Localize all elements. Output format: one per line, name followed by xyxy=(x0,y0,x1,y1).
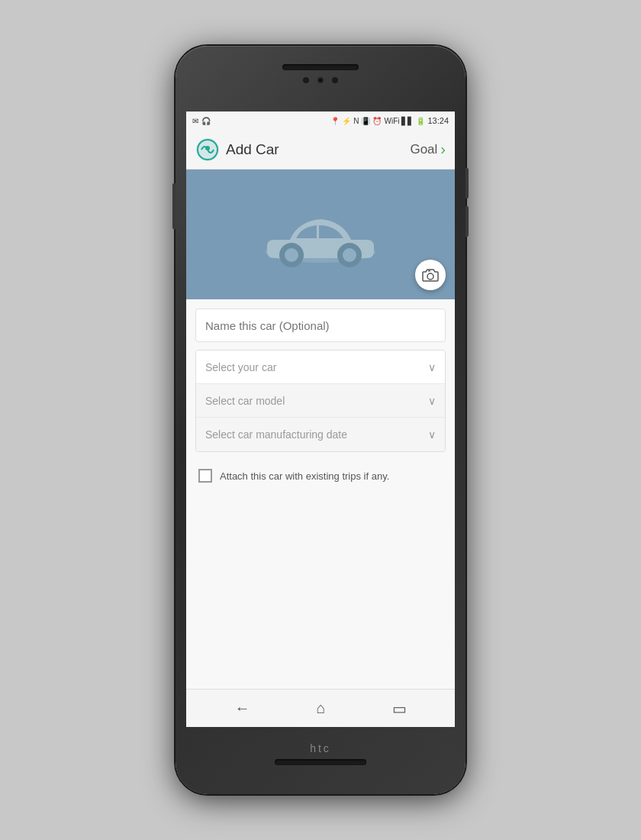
sensor xyxy=(332,77,338,83)
svg-point-2 xyxy=(205,146,210,150)
power-button[interactable] xyxy=(465,168,469,199)
phone-shell: ✉ 🎧 📍 ⚡ N 📳 ⏰ WiFi ▋▋ 🔋 13:24 xyxy=(176,46,465,794)
status-right-icons: 📍 ⚡ N 📳 ⏰ WiFi ▋▋ 🔋 13:24 xyxy=(330,116,449,125)
content-area: Select your car ∨ Select car model ∨ Sel… xyxy=(186,170,455,727)
svg-point-8 xyxy=(343,248,356,262)
app-title: Add Car xyxy=(226,141,279,158)
select-car-label: Select your car xyxy=(205,361,276,373)
top-bezel xyxy=(186,60,455,111)
home-button[interactable]: ⌂ xyxy=(316,699,325,717)
select-model-row[interactable]: Select car model ∨ xyxy=(196,384,445,418)
select-date-label: Select car manufacturing date xyxy=(205,428,347,441)
status-left-icons: ✉ 🎧 xyxy=(192,117,211,125)
select-date-row[interactable]: Select car manufacturing date ∨ xyxy=(196,418,445,451)
screen: ✉ 🎧 📍 ⚡ N 📳 ⏰ WiFi ▋▋ 🔋 13:24 xyxy=(186,111,455,727)
app-logo-icon xyxy=(195,137,220,162)
headphone-icon: 🎧 xyxy=(201,117,211,125)
attach-trips-checkbox[interactable] xyxy=(198,469,212,483)
app-header: Add Car Goal › xyxy=(186,130,455,170)
chevron-right-icon[interactable]: › xyxy=(440,141,446,158)
nfc-icon: N xyxy=(353,117,359,125)
bottom-bezel: htc xyxy=(186,727,455,780)
attach-trips-label: Attach this car with existing trips if a… xyxy=(220,470,389,482)
vibrate-icon: 📳 xyxy=(361,117,370,125)
location-icon: 📍 xyxy=(330,117,340,125)
car-name-input[interactable] xyxy=(195,309,446,342)
bottom-speaker xyxy=(275,759,366,765)
sensor xyxy=(303,77,309,83)
alarm-icon: ⏰ xyxy=(372,117,382,125)
back-button[interactable]: ← xyxy=(234,699,250,717)
header-left: Add Car xyxy=(195,137,279,162)
select-model-chevron-icon: ∨ xyxy=(428,395,436,407)
status-bar: ✉ 🎧 📍 ⚡ N 📳 ⏰ WiFi ▋▋ 🔋 13:24 xyxy=(186,111,455,130)
bluetooth-icon: ⚡ xyxy=(342,117,351,125)
camera-add-button[interactable] xyxy=(415,260,446,290)
attach-trips-row[interactable]: Attach this car with existing trips if a… xyxy=(195,461,446,490)
goal-label[interactable]: Goal xyxy=(410,142,437,157)
car-placeholder-icon xyxy=(252,200,389,269)
select-model-label: Select car model xyxy=(205,395,285,407)
svg-point-6 xyxy=(285,248,298,262)
front-camera xyxy=(317,76,324,84)
camera-button[interactable] xyxy=(465,206,469,237)
header-right[interactable]: Goal › xyxy=(410,141,446,158)
select-car-chevron-icon: ∨ xyxy=(428,361,436,373)
car-silhouette-icon xyxy=(252,200,389,269)
camera-icon xyxy=(422,268,439,282)
select-car-row[interactable]: Select your car ∨ xyxy=(196,351,445,384)
svg-rect-10 xyxy=(428,270,430,272)
brand-logo: htc xyxy=(310,742,331,754)
car-select-group: Select your car ∨ Select car model ∨ Sel… xyxy=(195,350,446,452)
signal-icon: ▋▋ xyxy=(401,117,414,125)
earpiece-speaker xyxy=(282,64,359,70)
notification-icon: ✉ xyxy=(192,117,198,125)
svg-point-9 xyxy=(427,273,433,279)
recent-apps-button[interactable]: ▭ xyxy=(392,699,407,718)
select-date-chevron-icon: ∨ xyxy=(428,428,436,441)
car-image-banner xyxy=(186,170,455,299)
time-display: 13:24 xyxy=(427,116,449,125)
wifi-icon: WiFi xyxy=(384,117,399,125)
form-area: Select your car ∨ Select car model ∨ Sel… xyxy=(186,299,455,689)
battery-icon: 🔋 xyxy=(416,117,425,125)
bottom-nav-bar: ← ⌂ ▭ xyxy=(186,689,455,727)
volume-button[interactable] xyxy=(172,183,176,229)
